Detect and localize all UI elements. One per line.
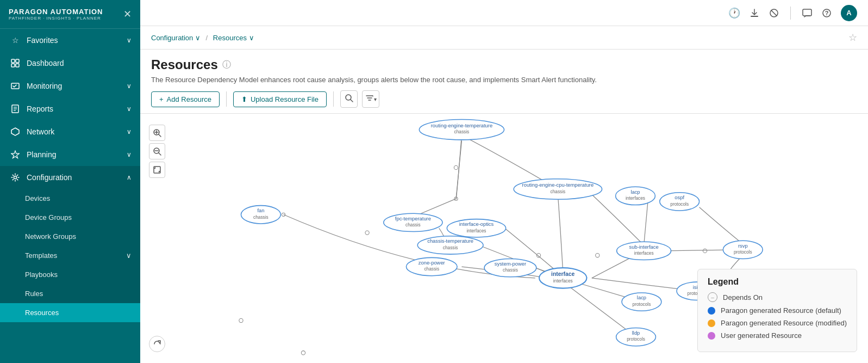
app-logo: PARAGON AUTOMATION PATHFINDER · INSIGHTS…: [9, 8, 103, 21]
upload-resource-button[interactable]: ⬆ Upload Resource File: [233, 91, 327, 107]
sidebar-item-configuration[interactable]: Configuration ∧: [0, 166, 140, 189]
paragon-modified-dot: [708, 319, 715, 327]
time-icon[interactable]: 🕐: [728, 7, 740, 19]
page-header: Resources ⓘ The Resource Dependency Mode…: [140, 50, 868, 114]
svg-text:chassis: chassis: [253, 214, 268, 220]
fit-view-button[interactable]: [149, 162, 165, 178]
svg-text:rsvp: rsvp: [738, 243, 748, 249]
svg-text:lldp: lldp: [632, 330, 640, 336]
sidebar-item-devices[interactable]: Devices: [0, 189, 140, 208]
svg-rect-14: [803, 9, 811, 16]
breadcrumb-current[interactable]: Resources ∨: [213, 34, 254, 42]
messages-icon[interactable]: [802, 8, 813, 19]
search-button[interactable]: [340, 90, 358, 108]
sidebar-item-device-groups[interactable]: Device Groups: [0, 208, 140, 227]
sidebar-subitem-network-groups-label: Network Groups: [25, 232, 76, 241]
chevron-down-icon: ∨: [127, 82, 132, 90]
depends-on-icon: –: [708, 292, 717, 302]
svg-text:chassis: chassis: [551, 189, 566, 194]
svg-line-18: [351, 100, 353, 102]
svg-text:fan: fan: [257, 208, 264, 213]
sidebar-item-reports[interactable]: Reports ∨: [0, 97, 140, 120]
chevron-down-icon: ∨: [126, 251, 132, 260]
breadcrumb-parent[interactable]: Configuration ∨: [151, 34, 203, 42]
breadcrumb-separator: /: [206, 34, 208, 42]
legend-title: Legend: [708, 277, 847, 287]
filter-chevron: ▾: [374, 96, 377, 102]
sidebar-item-network[interactable]: Network ∨: [0, 120, 140, 143]
add-resource-label: Add Resource: [167, 95, 211, 103]
sidebar-item-network-label: Network: [27, 127, 54, 136]
svg-rect-3: [16, 64, 19, 67]
svg-text:interface-optics: interface-optics: [459, 222, 494, 227]
svg-text:chassis: chassis: [443, 245, 458, 250]
breadcrumb-path: Configuration ∨ / Resources ∨: [151, 34, 254, 42]
svg-text:chassis-temperature: chassis-temperature: [427, 238, 473, 244]
toolbar-divider-2: [333, 91, 334, 107]
sidebar-item-configuration-label: Configuration: [27, 173, 72, 182]
svg-text:routing-engine-temperature: routing-engine-temperature: [431, 123, 492, 128]
filter-icon: [365, 94, 374, 104]
legend-user-resource-label: User generated Resource: [721, 331, 802, 340]
page-title-row: Resources ⓘ: [151, 57, 857, 72]
legend-paragon-default: Paragon generated Resource (default): [708, 306, 847, 315]
legend-box: Legend – Depends On Paragon generated Re…: [697, 269, 857, 352]
main-content: 🕐 ? A: [140, 0, 868, 363]
help-circle-icon[interactable]: ⓘ: [222, 59, 231, 71]
add-resource-button[interactable]: + Add Resource: [151, 91, 220, 107]
sidebar-item-dashboard[interactable]: Dashboard: [0, 52, 140, 75]
zoom-in-button[interactable]: [149, 125, 165, 141]
dashboard-icon: [10, 59, 20, 67]
sidebar-item-resources[interactable]: Resources: [0, 303, 140, 322]
zoom-out-button[interactable]: [149, 143, 165, 159]
upload-resource-label: Upload Resource File: [251, 95, 319, 103]
sidebar-item-favorites[interactable]: ☆ Favorites ∨: [0, 29, 140, 52]
svg-text:chassis: chassis: [424, 266, 439, 272]
chevron-down-icon: ∨: [127, 36, 132, 44]
legend-paragon-modified-label: Paragon generated Resource (modified): [721, 319, 847, 327]
sidebar-item-reports-label: Reports: [27, 104, 53, 113]
graph-reset-button[interactable]: [149, 336, 165, 352]
sidebar-subitem-rules-label: Rules: [25, 290, 43, 298]
sidebar-item-favorites-label: Favorites: [27, 36, 58, 45]
svg-text:system-power: system-power: [495, 261, 526, 267]
svg-text:lacp: lacp: [630, 189, 640, 195]
filter-button[interactable]: ▾: [362, 90, 379, 108]
page-toolbar: + Add Resource ⬆ Upload Resource File: [151, 90, 857, 113]
sidebar-item-rules[interactable]: Rules: [0, 284, 140, 303]
user-avatar[interactable]: A: [841, 5, 857, 21]
sidebar-item-monitoring[interactable]: Monitoring ∨: [0, 75, 140, 97]
search-icon: [345, 94, 353, 104]
paragon-default-dot: [708, 307, 715, 315]
favorite-star-icon[interactable]: ☆: [848, 32, 857, 44]
sidebar-item-planning-label: Planning: [27, 150, 57, 159]
sidebar-item-network-groups[interactable]: Network Groups: [0, 227, 140, 246]
sidebar-subitem-playbooks-label: Playbooks: [25, 270, 58, 279]
svg-line-13: [771, 10, 777, 16]
sidebar-item-templates[interactable]: Templates ∨: [0, 246, 140, 265]
configuration-subitems: Devices Device Groups Network Groups Tem…: [0, 189, 140, 322]
svg-text:protocols: protocols: [627, 336, 645, 342]
graph-controls: [149, 125, 165, 178]
svg-text:interfaces: interfaces: [466, 228, 486, 233]
svg-text:interfaces: interfaces: [634, 250, 654, 256]
legend-user-resource: User generated Resource: [708, 331, 847, 340]
graph-area[interactable]: routing-engine-temperature chassis routi…: [140, 114, 868, 363]
svg-text:chassis: chassis: [405, 222, 421, 227]
sidebar-item-planning[interactable]: Planning ∨: [0, 143, 140, 166]
svg-line-21: [159, 134, 161, 137]
app-subtitle: PATHFINDER · INSIGHTS · PLANNER: [9, 16, 103, 21]
help-icon[interactable]: ?: [821, 8, 832, 19]
plus-icon: +: [159, 95, 164, 103]
svg-rect-1: [16, 59, 19, 63]
user-resource-dot: [708, 332, 715, 340]
svg-rect-2: [11, 64, 15, 67]
download-icon[interactable]: [749, 8, 760, 19]
sidebar-nav: ☆ Favorites ∨ Dashboard: [0, 29, 140, 363]
sidebar-close-button[interactable]: ✕: [123, 8, 132, 20]
page-title: Resources: [151, 57, 218, 72]
legend-depends-label: Depends On: [723, 293, 763, 302]
sidebar-item-playbooks[interactable]: Playbooks: [0, 265, 140, 284]
ban-icon[interactable]: [769, 8, 779, 19]
svg-marker-9: [11, 128, 19, 136]
